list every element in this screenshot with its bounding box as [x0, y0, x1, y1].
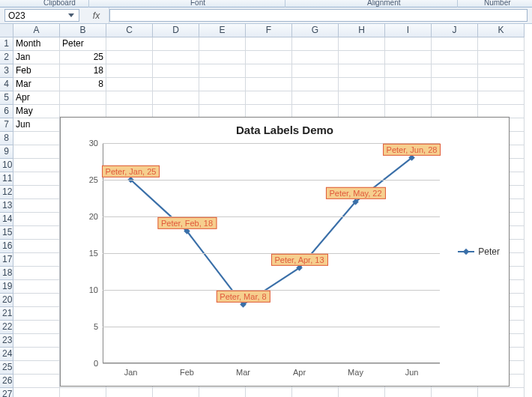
- data-label[interactable]: Peter, Mar, 8: [216, 290, 270, 302]
- column-header[interactable]: E: [199, 24, 246, 37]
- cell[interactable]: [292, 64, 339, 78]
- cell[interactable]: [13, 280, 60, 294]
- cell[interactable]: [13, 132, 60, 145]
- cell[interactable]: [339, 64, 385, 78]
- row-header[interactable]: 23: [0, 334, 13, 348]
- row-header[interactable]: 19: [0, 280, 13, 294]
- cell[interactable]: [246, 91, 292, 105]
- row-header[interactable]: 24: [0, 348, 13, 361]
- row-header[interactable]: 27: [0, 388, 13, 397]
- cell[interactable]: [13, 159, 60, 172]
- column-header[interactable]: A: [13, 24, 60, 37]
- cell[interactable]: [478, 37, 525, 51]
- cell[interactable]: 18: [60, 64, 106, 78]
- cell[interactable]: [385, 37, 432, 51]
- cell[interactable]: [292, 37, 339, 51]
- cell[interactable]: [246, 37, 292, 51]
- cell[interactable]: [106, 64, 153, 78]
- row-header[interactable]: 1: [0, 37, 13, 51]
- row-header[interactable]: 7: [0, 118, 13, 132]
- cell[interactable]: Mar: [13, 78, 60, 91]
- cell[interactable]: [339, 51, 385, 64]
- row-header[interactable]: 10: [0, 159, 13, 172]
- cell[interactable]: Jan: [13, 51, 60, 64]
- row-header[interactable]: 18: [0, 267, 13, 280]
- cell[interactable]: Jun: [13, 118, 60, 132]
- row-header[interactable]: 21: [0, 307, 13, 321]
- row-header[interactable]: 6: [0, 105, 13, 118]
- cell[interactable]: [432, 388, 478, 397]
- cell[interactable]: [13, 307, 60, 321]
- cell[interactable]: 25: [60, 51, 106, 64]
- cell[interactable]: [246, 388, 292, 397]
- cell[interactable]: May: [13, 105, 60, 118]
- cell[interactable]: Apr: [13, 91, 60, 105]
- cell[interactable]: [13, 375, 60, 388]
- cell[interactable]: [199, 64, 246, 78]
- cell[interactable]: [432, 91, 478, 105]
- cell[interactable]: [199, 91, 246, 105]
- cell[interactable]: [292, 78, 339, 91]
- cell[interactable]: [13, 348, 60, 361]
- row-header[interactable]: 3: [0, 64, 13, 78]
- cell[interactable]: [13, 253, 60, 267]
- data-label[interactable]: Peter, Apr, 13: [270, 253, 327, 265]
- row-header[interactable]: 25: [0, 361, 13, 375]
- cell[interactable]: [339, 78, 385, 91]
- cell[interactable]: 8: [60, 78, 106, 91]
- cell[interactable]: Month: [13, 37, 60, 51]
- cell[interactable]: [60, 388, 106, 397]
- cell[interactable]: [13, 145, 60, 159]
- cell[interactable]: [199, 37, 246, 51]
- cell[interactable]: [13, 334, 60, 348]
- cell[interactable]: [385, 91, 432, 105]
- cell[interactable]: [246, 78, 292, 91]
- column-header[interactable]: D: [153, 24, 199, 37]
- column-header[interactable]: H: [339, 24, 385, 37]
- cell[interactable]: [106, 388, 153, 397]
- name-box-input[interactable]: [5, 10, 56, 21]
- row-header[interactable]: 12: [0, 186, 13, 199]
- name-box[interactable]: [4, 9, 79, 22]
- data-label[interactable]: Peter, May, 22: [325, 187, 385, 199]
- row-header[interactable]: 20: [0, 294, 13, 307]
- cell[interactable]: [13, 240, 60, 253]
- cell[interactable]: [246, 51, 292, 64]
- cell[interactable]: [478, 64, 525, 78]
- cell[interactable]: [432, 78, 478, 91]
- plot-area[interactable]: 051015202530JanFebMarAprMayJunPeter, Jan…: [103, 143, 440, 363]
- cell[interactable]: Peter: [60, 37, 106, 51]
- column-header[interactable]: F: [246, 24, 292, 37]
- column-header[interactable]: J: [432, 24, 478, 37]
- row-header[interactable]: 26: [0, 375, 13, 388]
- row-header[interactable]: 15: [0, 226, 13, 240]
- column-header[interactable]: G: [292, 24, 339, 37]
- cell[interactable]: [199, 388, 246, 397]
- row-header[interactable]: 9: [0, 145, 13, 159]
- cell[interactable]: [13, 361, 60, 375]
- cell[interactable]: Feb: [13, 64, 60, 78]
- cell[interactable]: [199, 78, 246, 91]
- embedded-chart[interactable]: Data Labels Demo 051015202530JanFebMarAp…: [60, 117, 510, 387]
- cell[interactable]: [385, 78, 432, 91]
- cell[interactable]: [339, 91, 385, 105]
- data-label[interactable]: Peter, Feb, 18: [157, 216, 217, 228]
- column-header[interactable]: I: [385, 24, 432, 37]
- fx-label[interactable]: fx: [84, 7, 109, 23]
- data-label[interactable]: Peter, Jun, 28: [383, 143, 441, 155]
- cell[interactable]: [478, 388, 525, 397]
- row-header[interactable]: 5: [0, 91, 13, 105]
- cell[interactable]: [478, 51, 525, 64]
- select-all-corner[interactable]: [0, 24, 13, 37]
- cell[interactable]: [106, 37, 153, 51]
- cell[interactable]: [432, 64, 478, 78]
- chevron-down-icon[interactable]: [67, 10, 77, 21]
- cell[interactable]: [13, 213, 60, 226]
- cell[interactable]: [292, 51, 339, 64]
- formula-input[interactable]: [109, 9, 528, 22]
- cell[interactable]: [106, 91, 153, 105]
- cell[interactable]: [432, 51, 478, 64]
- cell[interactable]: [153, 51, 199, 64]
- cell[interactable]: [246, 64, 292, 78]
- row-header[interactable]: 16: [0, 240, 13, 253]
